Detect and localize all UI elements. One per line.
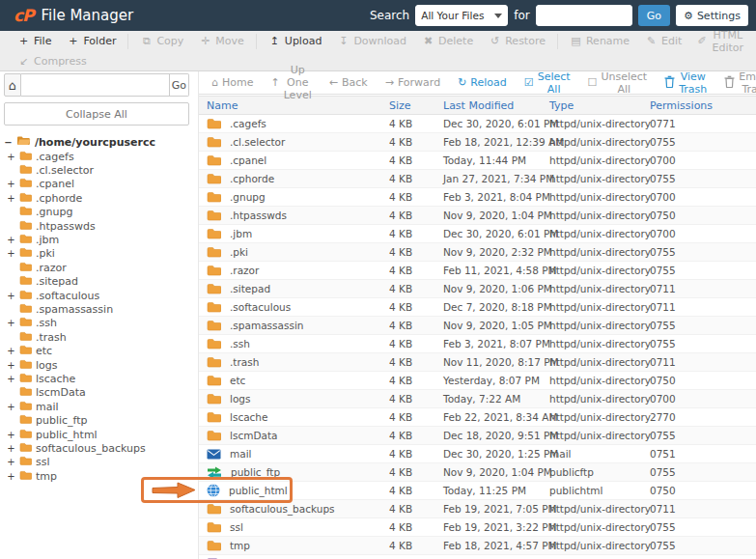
file-row-ssh[interactable]: .ssh4 KBFeb 3, 2021, 8:07 PMhttpd/unix-d… [199,335,756,353]
reload-nav-button[interactable]: ↻Reload [449,75,516,91]
collapse-expander[interactable]: − [4,137,13,148]
path-go-button[interactable]: Go [170,73,189,97]
view-trash-nav-button[interactable]: View Trash [656,75,715,91]
sidebar-item-logs[interactable]: +logs [4,358,189,372]
sidebar-item-lscache[interactable]: +lscache [4,372,189,385]
restore-button: ↺Restore [481,35,553,47]
sidebar-item-pki[interactable]: +.pki [4,247,189,261]
file-button[interactable]: +File [10,35,59,47]
expand-plus-icon[interactable]: + [7,318,15,328]
expand-plus-icon[interactable]: + [7,346,15,356]
file-row-logs[interactable]: logs4 KBToday, 7:22 AMhttpd/unix-directo… [199,390,756,408]
expand-plus-icon[interactable]: + [7,235,15,245]
sidebar-item-ssl[interactable]: +ssl [4,456,189,469]
file-row-lscmData[interactable]: lscmData4 KBDec 18, 2020, 9:51 PMhttpd/u… [199,427,756,445]
file-row-htpasswds[interactable]: .htpasswds4 KBNov 9, 2020, 1:04 PMhttpd/… [199,207,756,225]
expand-plus-icon[interactable]: + [7,430,15,440]
sidebar-item-cagefs[interactable]: +.cagefs [4,150,189,163]
folder-button[interactable]: +Folder [59,35,124,47]
expand-plus-icon[interactable]: + [7,457,15,467]
sidebar-item-cphorde[interactable]: +.cphorde [4,191,189,205]
expand-plus-icon[interactable]: + [7,443,15,454]
select-all-nav-button[interactable]: ☑Select All [516,75,579,91]
search-go-button[interactable]: Go [638,5,670,26]
expand-plus-icon[interactable]: + [7,291,15,301]
search-scope-select[interactable]: All Your Files [415,5,508,26]
expand-plus-icon[interactable]: + [7,471,15,482]
sidebar-item-spamassassin[interactable]: .spamassassin [4,302,189,316]
file-row-jbm[interactable]: .jbm4 KBDec 30, 2020, 6:01 PMhttpd/unix-… [199,225,756,243]
column-header-size[interactable]: Size [389,99,443,112]
sidebar-item-jbm[interactable]: +.jbm [4,233,189,246]
file-row-pki[interactable]: .pki4 KBNov 9, 2020, 2:32 PMhttpd/unix-d… [199,243,756,262]
file-row-tmp[interactable]: tmp4 KBFeb 18, 2021, 4:57 PMhttpd/unix-d… [199,537,756,555]
file-row-cl-selector[interactable]: .cl.selector4 KBFeb 18, 2021, 12:39 AMht… [199,133,756,152]
file-row-etc[interactable]: etc4 KBYesterday, 8:07 PMhttpd/unix-dire… [199,372,756,390]
file-row-softaculous-backups[interactable]: softaculous_backups4 KBFeb 19, 2021, 7:0… [199,500,756,518]
sidebar-item-softaculous[interactable]: +.softaculous [4,289,189,302]
folder-icon [207,411,221,423]
column-header-name[interactable]: Name [199,99,389,112]
expand-plus-icon[interactable]: + [7,152,15,162]
file-row-partial[interactable] [199,555,756,559]
reload-label: Reload [470,76,506,89]
expand-plus-icon[interactable]: + [7,248,15,259]
upload-button[interactable]: ↥Upload [261,35,330,47]
upload-label: Upload [285,35,322,47]
file-type-cell: httpd/unix-directory [549,503,650,515]
sidebar-item-etc[interactable]: +etc [4,344,189,357]
column-header-type[interactable]: Type [549,99,650,112]
file-row-mail[interactable]: mail4 KBDec 30, 2020, 1:25 PMmail0751 [199,445,756,463]
search-input[interactable] [536,5,632,26]
file-row-lscache[interactable]: lscache4 KBFeb 22, 2021, 8:34 AMhttpd/un… [199,408,756,427]
file-row-sitepad[interactable]: .sitepad4 KBNov 9, 2020, 1:06 PMhttpd/un… [199,280,756,298]
file-row-trash[interactable]: .trash4 KBNov 11, 2020, 8:17 PMhttpd/uni… [199,353,756,372]
file-row-cphorde[interactable]: .cphorde4 KBJan 27, 2021, 7:34 PMhttpd/u… [199,170,756,188]
sidebar-item-public-html[interactable]: +public_html [4,428,189,441]
sidebar-item-trash[interactable]: .trash [4,330,189,344]
expand-plus-icon[interactable]: + [7,360,15,371]
file-row-spamassassin[interactable]: .spamassassin4 KBNov 9, 2020, 1:05 PMhtt… [199,317,756,335]
sidebar-item-public-ftp[interactable]: public_ftp [4,413,189,427]
collapse-all-button[interactable]: Collapse All [4,102,189,126]
column-header-last-modified[interactable]: Last Modified [443,99,549,112]
expand-plus-icon[interactable]: + [7,193,15,204]
sidebar-item-sitepad[interactable]: .sitepad [4,275,189,289]
folder-icon [19,386,32,399]
sidebar-item-softaculous-backups[interactable]: +softaculous_backups [4,441,189,455]
delete-label: Delete [438,35,473,47]
sidebar-item-gnupg[interactable]: .gnupg [4,206,189,219]
file-row-cpanel[interactable]: .cpanel4 KBToday, 11:44 PMhttpd/unix-dir… [199,152,756,170]
file-row-razor[interactable]: .razor4 KBFeb 11, 2021, 4:58 PMhttpd/uni… [199,262,756,280]
path-input[interactable] [21,73,170,97]
folder-icon [19,290,32,302]
path-bar: ⌂ Go [4,73,189,97]
sidebar-item-mail[interactable]: +mail [4,400,189,413]
file-name: .htpasswds [230,210,287,221]
column-header-permissions[interactable]: Permissions [650,99,756,112]
expand-plus-icon[interactable]: + [7,374,15,384]
sidebar-item-tmp[interactable]: +tmp [4,469,189,483]
file-row-ssl[interactable]: ssl4 KBFeb 19, 2021, 3:22 PMhttpd/unix-d… [199,518,756,537]
expand-plus-icon[interactable]: + [7,402,15,412]
file-name: .razor [230,265,259,276]
file-label: File [34,35,51,47]
sidebar-item-lscmData[interactable]: lscmData [4,386,189,400]
file-row-public-ftp[interactable]: public_ftp4 KBNov 9, 2020, 1:04 PMpublic… [199,463,756,482]
settings-button[interactable]: ⚙ Settings [676,5,748,26]
file-type-cell: publicftp [549,466,650,478]
expand-plus-icon[interactable]: + [7,179,15,189]
file-row-gnupg[interactable]: .gnupg4 KBFeb 3, 2021, 8:04 PMhttpd/unix… [199,188,756,207]
sidebar-item-razor[interactable]: .razor [4,261,189,274]
sidebar-item-cpanel[interactable]: +.cpanel [4,178,189,191]
file-perms-cell: 2770 [650,411,756,423]
tree-root-home[interactable]: −/home/yourcpusercc [4,134,189,150]
sidebar-item-cl-selector[interactable]: .cl.selector [4,163,189,177]
move-label: Move [215,35,244,47]
file-row-cagefs[interactable]: .cagefs4 KBDec 30, 2020, 6:01 PMhttpd/un… [199,115,756,133]
sidebar-item-htpasswds[interactable]: .htpasswds [4,219,189,233]
file-row-softaculous[interactable]: .softaculous4 KBDec 7, 2020, 8:18 PMhttp… [199,298,756,317]
sidebar-item-ssh[interactable]: +.ssh [4,317,189,330]
file-row-public-html[interactable]: public_html4 KBToday, 11:25 PMpublichtml… [199,482,756,500]
home-path-button[interactable]: ⌂ [4,73,21,97]
